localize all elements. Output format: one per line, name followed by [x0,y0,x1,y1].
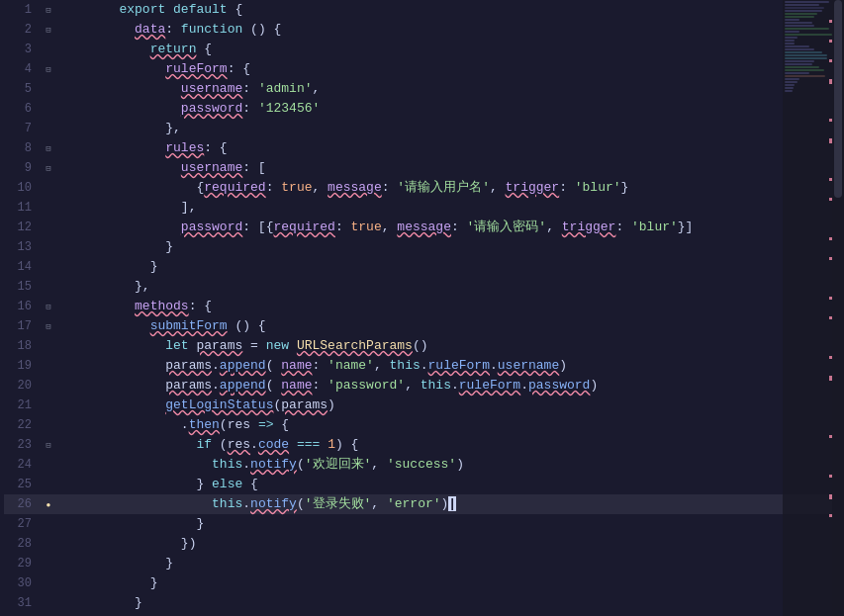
line-number-7: 7 [4,122,40,135]
line-number-5: 5 [4,82,40,96]
gutter-24[interactable] [40,455,57,475]
gutter-5[interactable] [40,79,57,99]
gutter-9[interactable] [40,158,57,178]
gutter-6[interactable] [40,99,57,119]
scrollbar-track[interactable] [832,0,844,616]
line-number-17: 17 [4,319,40,333]
gutter-15[interactable] [40,277,57,297]
gutter-8[interactable] [40,138,57,158]
gutter-12[interactable] [40,218,57,237]
line-number-22: 22 [4,418,40,432]
line-number-12: 12 [4,220,40,234]
line-number-6: 6 [4,102,40,116]
gutter-20[interactable] [40,376,57,396]
line-number-28: 28 [4,537,40,551]
gutter-21[interactable] [40,396,57,415]
gutter-23[interactable] [40,435,57,455]
gutter-26[interactable] [40,494,57,514]
bullet-icon-26 [44,499,53,509]
gutter-1[interactable] [40,0,57,20]
line-number-2: 2 [4,23,40,37]
gutter-11[interactable] [40,198,57,218]
gutter-14[interactable] [40,257,57,277]
gutter-19[interactable] [40,356,57,376]
line-number-29: 29 [4,557,40,571]
line-number-31: 31 [4,596,40,610]
line-number-23: 23 [4,438,40,452]
gutter-22[interactable] [40,415,57,435]
gutter-2[interactable] [40,20,57,40]
line-31: 31 } [4,593,844,613]
line-number-27: 27 [4,517,40,531]
line-number-20: 20 [4,379,40,393]
gutter-17[interactable] [40,316,57,336]
gutter-7[interactable] [40,119,57,138]
editor-container: 1 export default { 2 data: function () {… [0,0,844,616]
line-number-16: 16 [4,300,40,313]
line-number-13: 13 [4,240,40,254]
line-number-3: 3 [4,43,40,56]
gutter-4[interactable] [40,59,57,79]
code-area[interactable]: 1 export default { 2 data: function () {… [0,0,844,616]
gutter-27[interactable] [40,514,57,534]
line-number-25: 25 [4,478,40,491]
line-content-31: } [57,573,844,616]
fold-icon-9[interactable] [44,163,53,173]
gutter-13[interactable] [40,237,57,257]
gutter-3[interactable] [40,40,57,59]
gutter-29[interactable] [40,554,57,573]
fold-icon-16[interactable] [44,302,53,311]
minimap[interactable] [783,0,832,616]
fold-icon-8[interactable] [44,143,53,153]
line-number-24: 24 [4,458,40,472]
fold-icon-4[interactable] [44,64,53,74]
line-number-10: 10 [4,181,40,195]
line-number-30: 30 [4,576,40,590]
line-number-1: 1 [4,3,40,17]
line-number-8: 8 [4,141,40,155]
fold-icon-2[interactable] [44,25,53,35]
gutter-31[interactable] [40,593,57,613]
gutter-25[interactable] [40,475,57,494]
gutter-30[interactable] [40,573,57,593]
gutter-28[interactable] [40,534,57,554]
line-number-18: 18 [4,339,40,353]
fold-icon-17[interactable] [44,321,53,331]
fold-icon-1[interactable] [44,5,53,15]
scrollbar-thumb[interactable] [834,0,842,198]
gutter-16[interactable] [40,297,57,316]
line-number-15: 15 [4,280,40,294]
line-number-9: 9 [4,161,40,175]
line-number-21: 21 [4,398,40,412]
gutter-18[interactable] [40,336,57,356]
fold-icon-23[interactable] [44,440,53,450]
line-number-19: 19 [4,359,40,373]
line-number-11: 11 [4,201,40,215]
line-number-4: 4 [4,62,40,76]
line-number-26: 26 [4,497,40,511]
line-number-14: 14 [4,260,40,274]
gutter-10[interactable] [40,178,57,198]
